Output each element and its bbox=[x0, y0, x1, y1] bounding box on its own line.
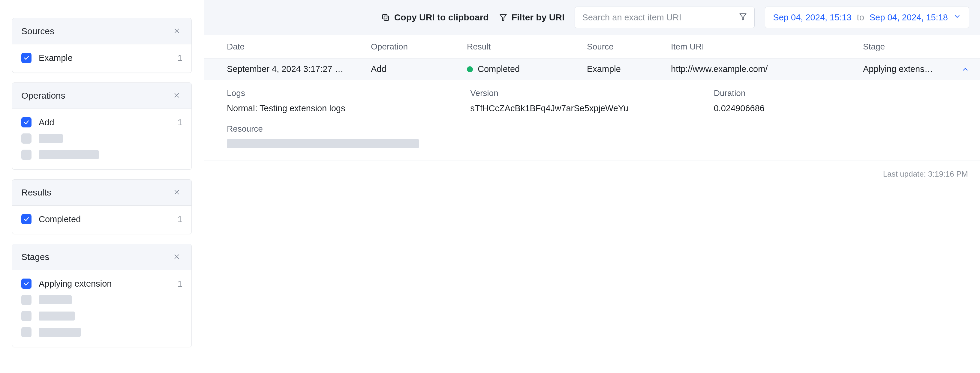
details-resource-label: Resource bbox=[227, 124, 957, 134]
filter-option-label: Example bbox=[39, 53, 170, 63]
filter-card-sources: Sources Example 1 bbox=[12, 18, 192, 73]
svg-rect-8 bbox=[384, 16, 388, 21]
last-update-label: Last update: bbox=[883, 170, 926, 178]
chevron-down-icon bbox=[953, 13, 961, 22]
filter-option-count: 1 bbox=[178, 214, 183, 224]
row-details: Logs Version Duration Normal: Testing ex… bbox=[204, 80, 980, 160]
table-row[interactable]: September 4, 2024 3:17:27 PM Add Complet… bbox=[204, 59, 980, 80]
filter-card-results: Results Completed 1 bbox=[12, 179, 192, 234]
filter-title-stages: Stages bbox=[21, 252, 49, 262]
filter-option-label: Applying extension bbox=[39, 279, 170, 289]
checkbox-empty-icon bbox=[21, 150, 32, 160]
col-item-uri: Item URI bbox=[659, 42, 851, 52]
toolbar: Copy URI to clipboard Filter by URI Sep … bbox=[204, 0, 980, 35]
date-range-to: Sep 04, 2024, 15:18 bbox=[870, 13, 948, 22]
search-input[interactable] bbox=[582, 13, 739, 22]
filter-option-count: 1 bbox=[178, 117, 183, 127]
filter-option-count: 1 bbox=[178, 279, 183, 289]
filter-option-skeleton bbox=[21, 324, 183, 340]
svg-rect-9 bbox=[383, 14, 387, 19]
close-icon[interactable] bbox=[171, 187, 183, 198]
close-icon[interactable] bbox=[171, 90, 183, 102]
filter-icon[interactable] bbox=[739, 12, 747, 23]
filter-option-example[interactable]: Example 1 bbox=[21, 50, 183, 66]
col-stage: Stage bbox=[851, 42, 945, 52]
log-table: Date Operation Result Source Item URI St… bbox=[204, 35, 980, 160]
cell-date: September 4, 2024 3:17:27 PM bbox=[215, 64, 359, 74]
filter-title-sources: Sources bbox=[21, 26, 54, 36]
details-duration-label: Duration bbox=[714, 89, 957, 98]
details-logs-label: Logs bbox=[227, 89, 470, 98]
filter-header-operations: Operations bbox=[12, 83, 191, 109]
date-range-sep: to bbox=[857, 13, 864, 22]
main-content: Copy URI to clipboard Filter by URI Sep … bbox=[204, 0, 980, 373]
filter-body-sources: Example 1 bbox=[12, 44, 191, 73]
filter-uri-label: Filter by URI bbox=[512, 12, 565, 22]
skeleton-placeholder bbox=[39, 150, 99, 159]
skeleton-placeholder bbox=[227, 139, 419, 148]
filter-option-applying-extension[interactable]: Applying extension 1 bbox=[21, 276, 183, 292]
details-version-value: sTfHCcZAcBk1BFq4Jw7arSe5xpjeWeYu bbox=[470, 103, 714, 113]
col-date: Date bbox=[215, 42, 359, 52]
col-operation: Operation bbox=[359, 42, 455, 52]
cell-operation: Add bbox=[359, 64, 455, 74]
filters-sidebar: Sources Example 1 Operations bbox=[0, 0, 204, 373]
filter-header-stages: Stages bbox=[12, 244, 191, 270]
cell-stage: Applying extension bbox=[851, 64, 945, 74]
svg-marker-10 bbox=[500, 15, 506, 21]
copy-icon bbox=[381, 13, 390, 22]
filter-header-results: Results bbox=[12, 179, 191, 206]
copy-uri-label: Copy URI to clipboard bbox=[394, 12, 489, 22]
filter-option-count: 1 bbox=[178, 53, 183, 63]
cell-result-text: Completed bbox=[478, 64, 520, 74]
checkbox-checked-icon[interactable] bbox=[21, 117, 32, 127]
copy-uri-button[interactable]: Copy URI to clipboard bbox=[381, 12, 489, 22]
details-duration-value: 0.024906686 bbox=[714, 103, 957, 113]
skeleton-placeholder bbox=[39, 311, 75, 321]
skeleton-placeholder bbox=[39, 134, 63, 143]
filter-option-completed[interactable]: Completed 1 bbox=[21, 211, 183, 227]
table-header: Date Operation Result Source Item URI St… bbox=[204, 35, 980, 59]
filter-body-stages: Applying extension 1 bbox=[12, 270, 191, 347]
skeleton-placeholder bbox=[39, 328, 81, 337]
col-result: Result bbox=[455, 42, 575, 52]
cell-item-uri: http://www.example.com/ bbox=[659, 64, 851, 74]
cell-source: Example bbox=[575, 64, 659, 74]
details-logs-value: Normal: Testing extension logs bbox=[227, 103, 470, 113]
filter-header-sources: Sources bbox=[12, 18, 191, 44]
checkbox-empty-icon bbox=[21, 311, 32, 321]
date-range-from: Sep 04, 2024, 15:13 bbox=[773, 13, 851, 22]
cell-result: Completed bbox=[455, 64, 575, 74]
filter-card-operations: Operations Add 1 bbox=[12, 83, 192, 170]
checkbox-checked-icon[interactable] bbox=[21, 279, 32, 289]
filter-option-add[interactable]: Add 1 bbox=[21, 114, 183, 130]
filter-body-results: Completed 1 bbox=[12, 206, 191, 234]
filter-option-skeleton bbox=[21, 308, 183, 324]
filter-icon bbox=[499, 13, 508, 22]
details-version-label: Version bbox=[470, 89, 714, 98]
last-update-value: 3:19:16 PM bbox=[928, 170, 968, 178]
checkbox-empty-icon bbox=[21, 295, 32, 305]
filter-card-stages: Stages Applying extension 1 bbox=[12, 244, 192, 347]
filter-body-operations: Add 1 bbox=[12, 109, 191, 170]
status-dot-icon bbox=[467, 66, 473, 72]
close-icon[interactable] bbox=[171, 251, 183, 263]
checkbox-checked-icon[interactable] bbox=[21, 53, 32, 63]
chevron-up-icon[interactable] bbox=[945, 65, 969, 73]
filter-option-skeleton bbox=[21, 292, 183, 308]
filter-title-results: Results bbox=[21, 187, 51, 198]
checkbox-empty-icon bbox=[21, 327, 32, 337]
close-icon[interactable] bbox=[171, 25, 183, 37]
checkbox-checked-icon[interactable] bbox=[21, 214, 32, 224]
filter-option-label: Completed bbox=[39, 214, 170, 224]
col-source: Source bbox=[575, 42, 659, 52]
checkbox-empty-icon bbox=[21, 133, 32, 144]
filter-uri-button[interactable]: Filter by URI bbox=[499, 12, 565, 22]
skeleton-placeholder bbox=[39, 295, 72, 304]
filter-option-label: Add bbox=[39, 117, 170, 127]
filter-option-skeleton bbox=[21, 130, 183, 147]
filter-title-operations: Operations bbox=[21, 90, 65, 101]
filter-option-skeleton bbox=[21, 147, 183, 163]
date-range-picker[interactable]: Sep 04, 2024, 15:13 to Sep 04, 2024, 15:… bbox=[765, 6, 969, 28]
search-box[interactable] bbox=[574, 6, 755, 28]
